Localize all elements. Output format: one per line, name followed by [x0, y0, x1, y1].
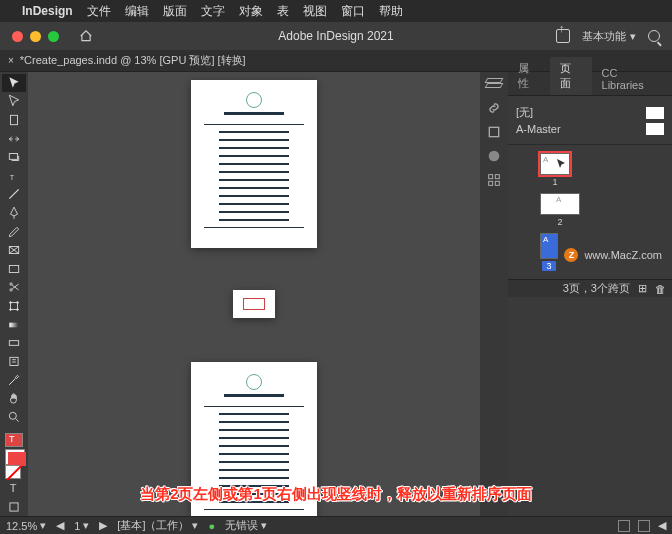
svg-rect-1 — [9, 154, 17, 160]
format-affects-text-icon[interactable]: T — [5, 481, 21, 495]
menu-table[interactable]: 表 — [277, 3, 289, 20]
fill-stroke-swatch[interactable] — [5, 449, 23, 463]
home-icon[interactable] — [79, 29, 93, 43]
page-1-preview — [191, 80, 317, 248]
status-icon-2[interactable] — [638, 520, 650, 532]
zoom-tool[interactable] — [2, 409, 26, 427]
selection-tool[interactable] — [2, 74, 26, 92]
panel-menu-icon[interactable]: ⊞ — [638, 282, 647, 295]
master-none[interactable]: [无] — [516, 105, 664, 120]
svg-rect-12 — [9, 322, 18, 327]
links-panel-icon[interactable] — [486, 100, 502, 114]
tab-cc-libraries[interactable]: CC Libraries — [592, 63, 672, 95]
svg-point-18 — [489, 151, 500, 162]
workspace-dropdown[interactable]: 基本功能▾ — [582, 29, 636, 44]
swatches-panel-icon[interactable] — [486, 172, 502, 186]
color-panel-icon[interactable] — [486, 148, 502, 162]
panel-tabs: 属性 页面 CC Libraries — [508, 72, 672, 96]
menu-object[interactable]: 对象 — [239, 3, 263, 20]
apply-none-swatch[interactable] — [5, 465, 21, 479]
menu-help[interactable]: 帮助 — [379, 3, 403, 20]
close-window-button[interactable] — [12, 31, 23, 42]
free-transform-tool[interactable] — [2, 297, 26, 315]
page-title-block — [224, 112, 284, 115]
right-panel-area: 属性 页面 CC Libraries [无] A-Master A 1 — [480, 72, 672, 516]
layers-panel-icon[interactable] — [486, 76, 502, 90]
share-icon[interactable] — [556, 29, 570, 43]
document-canvas[interactable] — [28, 72, 480, 516]
tab-pages[interactable]: 页面 — [550, 57, 592, 95]
rectangle-frame-tool[interactable] — [2, 241, 26, 259]
rectangle-tool[interactable] — [2, 260, 26, 278]
traffic-lights — [12, 31, 59, 42]
document-tab[interactable]: *Create_pages.indd @ 13% [GPU 预览] [转换] — [20, 53, 246, 68]
svg-rect-4 — [9, 265, 18, 272]
color-swatch-area: T — [3, 431, 25, 497]
fill-text-swatch[interactable] — [5, 433, 23, 447]
menu-view[interactable]: 视图 — [303, 3, 327, 20]
svg-rect-16 — [10, 503, 18, 511]
svg-rect-19 — [489, 175, 493, 179]
tab-close-icon[interactable]: × — [8, 55, 14, 66]
zoom-dropdown[interactable]: 12.5%▾ — [6, 519, 46, 532]
svg-point-9 — [17, 302, 19, 304]
masters-section: [无] A-Master — [508, 96, 672, 145]
status-icon-1[interactable] — [618, 520, 630, 532]
menu-edit[interactable]: 编辑 — [125, 3, 149, 20]
maximize-window-button[interactable] — [48, 31, 59, 42]
svg-point-6 — [10, 289, 12, 291]
menu-window[interactable]: 窗口 — [341, 3, 365, 20]
page-field[interactable]: 1▾ — [74, 519, 89, 532]
gradient-swatch-tool[interactable] — [2, 316, 26, 334]
gap-tool[interactable] — [2, 130, 26, 148]
page-title-block — [224, 394, 284, 397]
scroll-left-icon[interactable]: ◀ — [658, 519, 666, 532]
svg-rect-0 — [11, 115, 18, 124]
svg-point-8 — [10, 302, 12, 304]
gradient-feather-tool[interactable] — [2, 334, 26, 352]
panel-dock — [480, 72, 508, 516]
menu-app[interactable]: InDesign — [22, 4, 73, 18]
page-thumb-2[interactable]: A 2 — [540, 193, 580, 227]
type-tool[interactable]: T — [2, 167, 26, 185]
page-thumb-1[interactable]: A 1 — [540, 153, 570, 187]
pages-panel-status: 3页，3个跨页 ⊞ 🗑 — [508, 279, 672, 297]
pencil-tool[interactable] — [2, 223, 26, 241]
direct-selection-tool[interactable] — [2, 93, 26, 111]
svg-point-11 — [17, 309, 19, 311]
hand-tool[interactable] — [2, 390, 26, 408]
tab-properties[interactable]: 属性 — [508, 57, 550, 95]
page-nav-prev-icon[interactable]: ◀ — [56, 519, 64, 532]
page-nav-next-icon[interactable]: ▶ — [99, 519, 107, 532]
minimize-window-button[interactable] — [30, 31, 41, 42]
watermark-icon: Z — [564, 248, 578, 262]
preflight-dropdown[interactable]: 无错误▾ — [225, 518, 267, 533]
note-tool[interactable] — [2, 353, 26, 371]
page-tool[interactable] — [2, 111, 26, 129]
layer-dropdown[interactable]: [基本]（工作）▾ — [117, 518, 198, 533]
stroke-panel-icon[interactable] — [486, 124, 502, 138]
status-bar: 12.5%▾ ◀ 1▾ ▶ [基本]（工作）▾ ● 无错误▾ ◀ — [0, 516, 672, 534]
eyedropper-tool[interactable] — [2, 372, 26, 390]
content-collector-tool[interactable] — [2, 148, 26, 166]
search-icon[interactable] — [648, 30, 660, 42]
system-menubar: InDesign 文件 编辑 版面 文字 对象 表 视图 窗口 帮助 — [0, 0, 672, 22]
svg-rect-20 — [495, 175, 499, 179]
view-mode-toggle[interactable] — [2, 498, 26, 516]
svg-rect-13 — [9, 341, 18, 346]
menu-type[interactable]: 文字 — [201, 3, 225, 20]
window-title: Adobe InDesign 2021 — [278, 29, 393, 43]
drag-cursor-icon — [555, 158, 567, 170]
svg-rect-17 — [489, 127, 498, 136]
menu-file[interactable]: 文件 — [87, 3, 111, 20]
line-tool[interactable] — [2, 186, 26, 204]
master-a[interactable]: A-Master — [516, 123, 664, 135]
toolbox: T T — [0, 72, 28, 516]
pen-tool[interactable] — [2, 204, 26, 222]
page-thumb-3[interactable]: A 3 — [540, 233, 558, 271]
page-logo-icon — [246, 374, 262, 390]
panel-stack: 属性 页面 CC Libraries [无] A-Master A 1 — [508, 72, 672, 516]
menu-layout[interactable]: 版面 — [163, 3, 187, 20]
scissors-tool[interactable] — [2, 279, 26, 297]
delete-page-icon[interactable]: 🗑 — [655, 283, 666, 295]
